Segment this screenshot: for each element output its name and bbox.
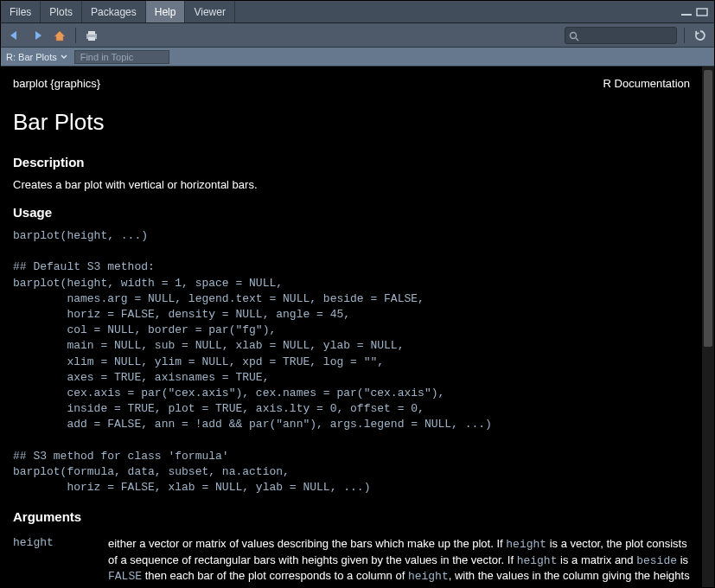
help-content: barplot {graphics} R Documentation Bar P… [1, 67, 702, 587]
help-topic-label: R: Bar Plots [6, 52, 57, 62]
svg-line-6 [576, 38, 578, 41]
doc-package-name: barplot {graphics} [13, 77, 100, 90]
svg-rect-0 [681, 14, 692, 16]
help-subheader: R: Bar Plots [1, 48, 714, 67]
tab-files[interactable]: Files [1, 1, 41, 22]
help-toolbar [1, 23, 714, 48]
argument-description: either a vector or matrix of values desc… [108, 533, 690, 587]
forward-button[interactable] [29, 27, 46, 44]
maximize-pane-icon[interactable] [695, 7, 709, 17]
doc-source-label: R Documentation [603, 77, 690, 90]
chevron-down-icon [61, 54, 67, 60]
vertical-scrollbar[interactable] [702, 67, 714, 587]
svg-point-5 [571, 32, 577, 38]
search-icon [569, 29, 579, 45]
find-in-topic-input[interactable] [74, 50, 169, 64]
help-topic-dropdown[interactable]: R: Bar Plots [6, 52, 67, 62]
section-usage-heading: Usage [13, 205, 690, 220]
tab-help[interactable]: Help [146, 1, 186, 22]
help-search [565, 27, 677, 44]
print-button[interactable] [83, 27, 100, 44]
scroll-thumb[interactable] [704, 70, 712, 347]
help-search-input[interactable] [565, 27, 677, 44]
argument-name: height [13, 533, 108, 587]
section-arguments-heading: Arguments [13, 509, 690, 524]
description-text: Creates a bar plot with vertical or hori… [13, 178, 690, 191]
pane-tabs: FilesPlotsPackagesHelpViewer [1, 1, 714, 23]
svg-rect-1 [697, 9, 707, 16]
arguments-table: heighteither a vector or matrix of value… [13, 533, 690, 587]
back-button[interactable] [6, 27, 23, 44]
argument-row: heighteither a vector or matrix of value… [13, 533, 690, 587]
usage-code: barplot(height, ...) ## Default S3 metho… [13, 228, 690, 495]
tab-viewer[interactable]: Viewer [185, 1, 234, 22]
home-button[interactable] [51, 27, 68, 44]
svg-rect-3 [88, 31, 95, 35]
window-controls [680, 1, 714, 22]
refresh-button[interactable] [692, 27, 709, 44]
section-description-heading: Description [13, 155, 690, 169]
minimize-pane-icon[interactable] [680, 7, 693, 17]
svg-rect-4 [88, 37, 95, 41]
tab-plots[interactable]: Plots [41, 1, 82, 22]
tab-packages[interactable]: Packages [82, 1, 146, 22]
page-title: Bar Plots [13, 109, 690, 136]
